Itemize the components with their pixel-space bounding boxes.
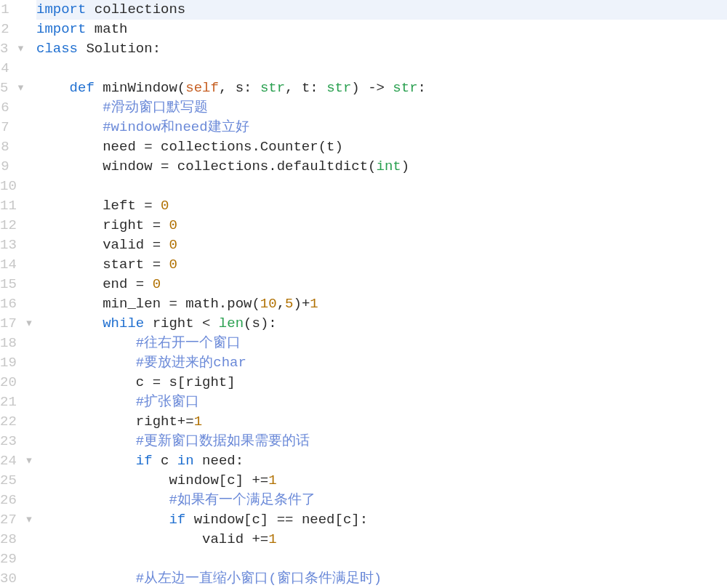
line-number: 8 <box>0 137 17 157</box>
code-line[interactable]: right+=1 <box>36 412 727 432</box>
line-number-gutter: 1 2 3 ▾ 4 5 ▾ 6 7 8 9 10 11 12 13 14 15 … <box>0 0 22 588</box>
code-line[interactable]: #要放进来的char <box>36 353 727 373</box>
line-number: 27 ▾ <box>0 510 17 530</box>
line-number: 15 <box>0 275 17 294</box>
code-line[interactable]: #更新窗口数据如果需要的话 <box>36 432 727 451</box>
code-line[interactable]: if window[c] == need[c]: <box>36 510 727 530</box>
code-line[interactable]: min_len = math.pow(10,5)+1 <box>36 294 727 314</box>
code-line[interactable]: window = collections.defaultdict(int) <box>36 157 727 177</box>
code-line[interactable]: #window和need建立好 <box>36 118 727 137</box>
line-number: 13 <box>0 235 17 255</box>
code-line[interactable]: c = s[right] <box>36 373 727 392</box>
code-line[interactable]: window[c] +=1 <box>36 471 727 491</box>
code-line[interactable] <box>36 177 727 196</box>
line-number: 4 <box>0 59 17 78</box>
line-number: 20 <box>0 373 17 392</box>
line-number: 29 <box>0 549 17 569</box>
line-number: 14 <box>0 255 17 275</box>
code-line[interactable]: #滑动窗口默写题 <box>36 98 727 118</box>
code-line[interactable]: valid = 0 <box>36 235 727 255</box>
line-number: 7 <box>0 118 17 137</box>
line-number: 28 <box>0 530 17 549</box>
line-number: 25 <box>0 471 17 491</box>
code-line[interactable]: import math <box>36 20 727 39</box>
line-number: 21 <box>0 392 17 412</box>
line-number: 5 ▾ <box>0 78 17 98</box>
line-number: 22 <box>0 412 17 432</box>
code-line[interactable]: #从左边一直缩小窗口(窗口条件满足时) <box>36 569 727 588</box>
code-line[interactable]: need = collections.Counter(t) <box>36 137 727 157</box>
line-number: 26 <box>0 491 17 510</box>
line-number: 18 <box>0 334 17 353</box>
code-line[interactable]: #扩张窗口 <box>36 392 727 412</box>
code-line[interactable] <box>36 549 727 569</box>
line-number: 19 <box>0 353 17 373</box>
line-number: 1 <box>0 0 17 20</box>
code-line[interactable]: start = 0 <box>36 255 727 275</box>
code-line[interactable]: import collections <box>36 0 727 20</box>
code-area[interactable]: import collections import math class Sol… <box>22 0 727 588</box>
line-number: 30 <box>0 569 17 588</box>
code-line[interactable]: #往右开一个窗口 <box>36 334 727 353</box>
code-line[interactable] <box>36 59 727 78</box>
line-number: 16 <box>0 294 17 314</box>
line-number: 24 ▾ <box>0 451 17 471</box>
line-number: 10 <box>0 177 17 196</box>
line-number: 2 <box>0 20 17 39</box>
code-line[interactable]: end = 0 <box>36 275 727 294</box>
code-line[interactable]: def minWindow(self, s: str, t: str) -> s… <box>36 78 727 98</box>
line-number: 12 <box>0 216 17 235</box>
code-line[interactable]: right = 0 <box>36 216 727 235</box>
code-line[interactable]: valid +=1 <box>36 530 727 549</box>
code-line[interactable]: left = 0 <box>36 196 727 216</box>
line-number: 17 ▾ <box>0 314 17 334</box>
line-number: 3 ▾ <box>0 39 17 59</box>
code-line[interactable]: while right < len(s): <box>36 314 727 334</box>
code-line[interactable]: if c in need: <box>36 451 727 471</box>
code-editor[interactable]: 1 2 3 ▾ 4 5 ▾ 6 7 8 9 10 11 12 13 14 15 … <box>0 0 727 588</box>
line-number: 6 <box>0 98 17 118</box>
line-number: 11 <box>0 196 17 216</box>
code-line[interactable]: #如果有一个满足条件了 <box>36 491 727 510</box>
line-number: 9 <box>0 157 17 177</box>
line-number: 23 <box>0 432 17 451</box>
code-line[interactable]: class Solution: <box>36 39 727 59</box>
